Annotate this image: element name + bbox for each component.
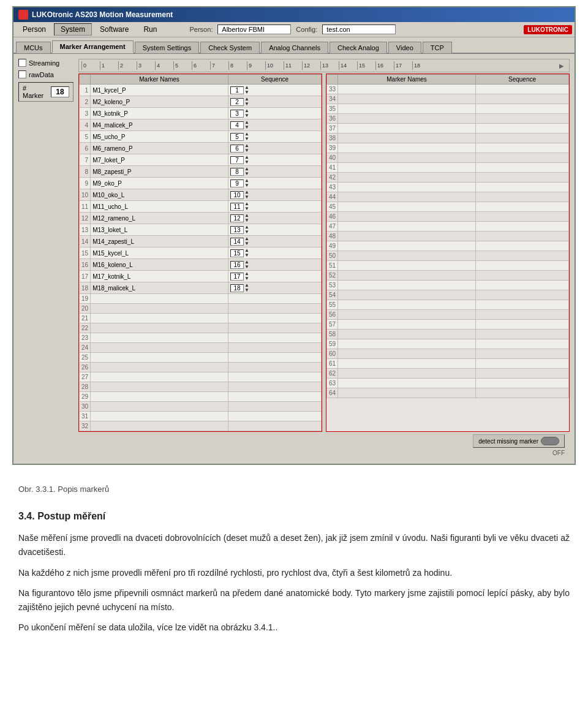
seq-down-arrow[interactable]: ▼: [244, 160, 249, 165]
seq-down-arrow[interactable]: ▼: [244, 276, 249, 281]
seq-down-arrow[interactable]: ▼: [244, 172, 249, 176]
row-number: 5: [80, 131, 91, 143]
row-number: 3: [80, 108, 91, 119]
sequence-cell: [228, 392, 322, 402]
seq-down-arrow[interactable]: ▼: [244, 90, 249, 95]
sequence-cell: 3▲▼: [228, 108, 322, 119]
row-number: 48: [327, 232, 338, 241]
marker-name-cell: [338, 104, 476, 114]
left-table-row: 5M5_ucho_P5▲▼: [80, 131, 322, 143]
marker-name-cell: [91, 294, 228, 304]
row-number: 47: [327, 222, 338, 232]
detect-toggle-label: OFF: [552, 450, 565, 456]
seq-value: 5: [230, 133, 244, 141]
left-table-row: 2M2_koleno_P2▲▼: [80, 96, 322, 108]
seq-down-arrow[interactable]: ▼: [244, 206, 249, 211]
row-number: 62: [327, 369, 338, 379]
row-number: 42: [327, 173, 338, 183]
marker-name-cell: [338, 271, 476, 281]
tab-bar: MCUs Marker Arrangement System Settings …: [13, 37, 575, 54]
ruler-2: 2: [118, 61, 137, 70]
tab-video[interactable]: Video: [388, 42, 421, 53]
seq-down-arrow[interactable]: ▼: [244, 218, 249, 223]
detect-btn-label: detect missing marker: [478, 438, 538, 445]
sequence-cell: [476, 94, 569, 104]
menu-system[interactable]: System: [54, 23, 92, 36]
row-number: 16: [80, 259, 91, 271]
tab-check-analog[interactable]: Check Analog: [330, 42, 387, 53]
seq-down-arrow[interactable]: ▼: [244, 113, 249, 118]
sequence-cell: 10▲▼: [228, 189, 322, 201]
sequence-cell: [476, 212, 569, 222]
marker-name-cell: [338, 241, 476, 251]
marker-name-cell: [338, 359, 476, 369]
menu-software[interactable]: Software: [93, 23, 135, 36]
seq-down-arrow[interactable]: ▼: [244, 102, 249, 107]
sequence-cell: [476, 251, 569, 261]
sequence-cell: 7▲▼: [228, 154, 322, 166]
row-number: 15: [80, 247, 91, 259]
streaming-checkbox[interactable]: [18, 59, 26, 67]
right-table-row: 55: [327, 300, 569, 310]
sequence-cell: [476, 290, 569, 300]
ruler-3: 3: [137, 61, 155, 70]
right-table-row: 53: [327, 281, 569, 290]
lukotronic-logo: LUKOTRONIC: [524, 25, 572, 34]
left-table-row: 16M16_koleno_L16▲▼: [80, 259, 322, 271]
rawdata-checkbox[interactable]: [18, 70, 26, 78]
right-table-row: 40: [327, 153, 569, 163]
tab-analog-channels[interactable]: Analog Channels: [261, 42, 328, 53]
seq-down-arrow[interactable]: ▼: [244, 241, 249, 246]
seq-down-arrow[interactable]: ▼: [244, 125, 249, 130]
seq-value: 7: [230, 156, 244, 164]
tab-marker-arrangement[interactable]: Marker Arrangement: [52, 40, 134, 53]
left-col-names: Marker Names: [91, 75, 228, 85]
left-table-row: 14M14_zapesti_L14▲▼: [80, 236, 322, 247]
left-table-row: 17M17_kotnik_L17▲▼: [80, 271, 322, 282]
sequence-cell: [228, 363, 322, 372]
marker-name-cell: [91, 343, 228, 353]
right-col-num: [327, 75, 338, 85]
sequence-cell: 12▲▼: [228, 213, 322, 224]
seq-value: 3: [230, 110, 244, 118]
tab-check-system[interactable]: Check System: [200, 42, 260, 53]
sequence-cell: [476, 192, 569, 202]
seq-down-arrow[interactable]: ▼: [244, 183, 249, 188]
seq-down-arrow[interactable]: ▼: [244, 265, 249, 270]
detect-missing-marker-button[interactable]: detect missing marker: [473, 434, 565, 448]
tab-tcp[interactable]: TCP: [423, 42, 452, 53]
seq-down-arrow[interactable]: ▼: [244, 137, 249, 142]
seq-value: 18: [230, 284, 244, 292]
left-table-row: 8M8_zapesti_P8▲▼: [80, 166, 322, 178]
sequence-cell: [228, 372, 322, 382]
row-number: 8: [80, 166, 91, 178]
marker-name-cell: M6_rameno_P: [91, 143, 228, 154]
marker-name-cell: M8_zapesti_P: [91, 166, 228, 178]
row-number: 27: [80, 372, 91, 382]
marker-name-cell: [338, 320, 476, 330]
sequence-cell: [476, 339, 569, 349]
detect-toggle-visual: [541, 437, 559, 445]
sequence-cell: [476, 222, 569, 232]
menu-person[interactable]: Person: [16, 23, 53, 36]
tab-system-settings[interactable]: System Settings: [135, 42, 199, 53]
marker-name-cell: [338, 310, 476, 320]
seq-down-arrow[interactable]: ▼: [244, 253, 249, 258]
sequence-cell: 18▲▼: [228, 282, 322, 294]
seq-down-arrow[interactable]: ▼: [244, 148, 249, 153]
seq-down-arrow[interactable]: ▼: [244, 195, 249, 200]
section-title: 3.4. Postup měření: [18, 508, 570, 524]
marker-name-cell: [338, 173, 476, 183]
tab-mcus[interactable]: MCUs: [16, 42, 51, 53]
left-marker-table: Marker Names Sequence 1M1_kycel_P1▲▼2M2_…: [79, 74, 322, 431]
marker-name-cell: M7_loket_P: [91, 154, 228, 166]
row-number: 34: [327, 94, 338, 104]
marker-name-cell: [338, 349, 476, 359]
doc-paragraph-3: Po ukončení měření se data uložila, více…: [18, 621, 570, 635]
row-number: 39: [327, 143, 338, 153]
right-table-row: 33: [327, 85, 569, 94]
seq-down-arrow[interactable]: ▼: [244, 288, 249, 293]
menu-run[interactable]: Run: [137, 23, 164, 36]
config-value: test.con: [322, 25, 396, 34]
seq-down-arrow[interactable]: ▼: [244, 230, 249, 235]
